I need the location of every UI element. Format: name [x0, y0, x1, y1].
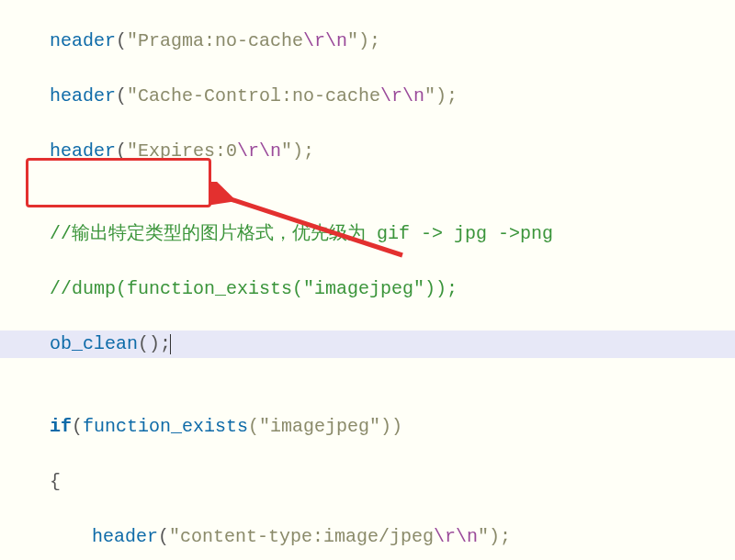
- code-line: neader("Pragma:no-cache\r\n");: [0, 28, 735, 55]
- comment-token: //输出特定类型的图片格式，优先级为 gif -> jpg ->png: [50, 223, 553, 244]
- fn-token: header: [50, 85, 116, 106]
- paren-token: (: [72, 416, 83, 437]
- fn-token: header: [92, 526, 158, 547]
- paren-token: ();: [138, 333, 171, 354]
- string-token: "Pragma:no-cache: [127, 30, 303, 51]
- comment-line: //dump(function_exists("imagejpeg"));: [0, 275, 735, 303]
- escape-token: \r\n: [434, 526, 478, 547]
- code-line: if(function_exists("imagejpeg")): [0, 413, 735, 441]
- code-editor[interactable]: neader("Pragma:no-cache\r\n"); header("C…: [0, 0, 735, 560]
- brace-token: {: [50, 471, 61, 492]
- string-end: ");: [347, 30, 380, 51]
- string-token: "Cache-Control:no-cache: [127, 85, 380, 106]
- escape-token: \r\n: [380, 85, 424, 106]
- text-cursor: [170, 334, 171, 354]
- brace-line: {: [0, 468, 735, 496]
- string-token: "Expires:0: [127, 140, 237, 162]
- string-token: "content-type:image/jpeg: [169, 526, 434, 547]
- fn-token: header: [50, 140, 116, 162]
- string-end: ");: [478, 526, 511, 547]
- fn-token: ob_clean: [50, 333, 138, 354]
- highlighted-line: ob_clean();: [0, 330, 735, 358]
- escape-token: \r\n: [303, 30, 347, 51]
- comment-token: //dump(function_exists("imagejpeg"));: [50, 278, 458, 299]
- fn-token: neader: [50, 30, 116, 51]
- fn-token: function_exists: [83, 416, 248, 437]
- string-end: ");: [281, 140, 314, 162]
- escape-token: \r\n: [237, 140, 281, 162]
- keyword-token: if: [50, 416, 72, 437]
- comment-line: //输出特定类型的图片格式，优先级为 gif -> jpg ->png: [0, 220, 735, 248]
- code-line: header("Expires:0\r\n");: [0, 138, 735, 165]
- code-line: header("Cache-Control:no-cache\r\n");: [0, 83, 735, 110]
- string-token: ("imagejpeg")): [248, 416, 402, 437]
- string-end: ");: [424, 85, 458, 106]
- code-line: header("content-type:image/jpeg\r\n");: [0, 523, 735, 551]
